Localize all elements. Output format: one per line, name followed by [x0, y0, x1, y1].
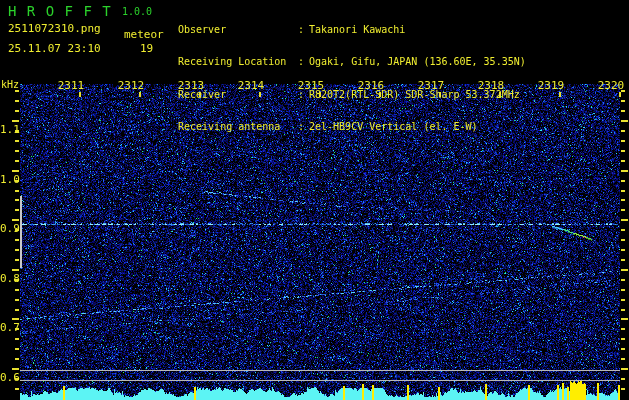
info-label: Observer: [178, 25, 298, 35]
app-title: H R O F F T: [8, 4, 112, 18]
info-row-location: Receiving Location:Ogaki, Gifu, JAPAN (1…: [178, 57, 526, 69]
info-separator: :: [298, 57, 304, 67]
freq-label: 1.1: [0, 124, 18, 135]
info-row-observer: Observer:Takanori Kawachi: [178, 25, 526, 37]
freq-label: 1.0: [0, 174, 18, 185]
info-label: Receiving antenna: [178, 122, 298, 132]
hrofft-window: H R O F F T 1.0.0 2511072310.png meteor …: [0, 0, 629, 400]
info-row-antenna: Receiving antenna:2el-HB9CV Vertical (el…: [178, 122, 526, 134]
y-axis-unit: kHz: [1, 80, 19, 90]
freq-label: 0.6: [0, 372, 18, 383]
time-label: 2315: [297, 80, 325, 91]
time-label: 2312: [117, 80, 145, 91]
info-label: Receiving Location: [178, 57, 298, 67]
station-info-block: Observer:Takanori Kawachi Receiving Loca…: [178, 5, 526, 155]
info-separator: :: [298, 25, 304, 35]
freq-label: 0.9: [0, 223, 18, 234]
app-version: 1.0.0: [122, 7, 152, 17]
echo-count: 19: [140, 43, 153, 54]
time-label: 2319: [537, 80, 565, 91]
time-label: 2314: [237, 80, 265, 91]
time-label: 2317: [417, 80, 445, 91]
time-label: 2316: [357, 80, 385, 91]
info-value: Ogaki, Gifu, JAPAN (136.60E, 35.35N): [309, 57, 526, 67]
time-label: 2318: [477, 80, 505, 91]
info-row-receiver: Receiver:R820T2(RTL-SDR) SDR-Sharp 53.37…: [178, 90, 526, 102]
info-separator: :: [298, 122, 304, 132]
info-value: Takanori Kawachi: [309, 25, 405, 35]
freq-label: 0.7: [0, 322, 18, 333]
freq-label: 0.8: [0, 273, 18, 284]
info-value: 2el-HB9CV Vertical (el. E-W): [309, 122, 478, 132]
time-label: 2313: [177, 80, 205, 91]
output-filename: 2511072310.png: [8, 23, 101, 34]
time-label: 2320: [597, 80, 625, 91]
time-label: 2311: [57, 80, 85, 91]
observation-datetime: 25.11.07 23:10: [8, 43, 101, 54]
mode-label: meteor: [124, 29, 164, 40]
